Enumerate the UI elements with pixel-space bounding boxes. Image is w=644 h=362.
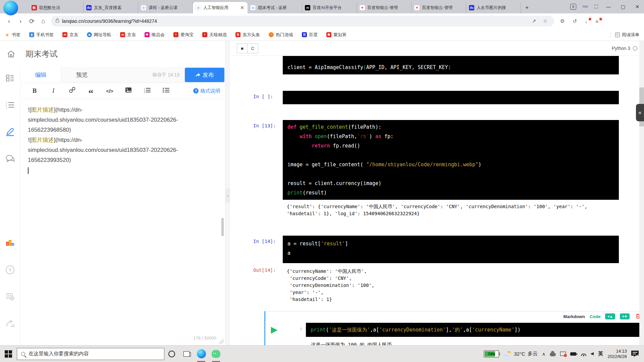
outline-grid-icon[interactable]	[5, 73, 15, 83]
edit-pencil-icon[interactable]	[5, 127, 15, 137]
clock-widget[interactable]: 14:13 2022/6/26	[607, 349, 627, 359]
bookmark-item[interactable]: 东东方头条	[235, 32, 260, 38]
code-block-icon[interactable]: </>	[100, 88, 119, 94]
bookmark-item[interactable]: ★书签	[5, 32, 20, 38]
cortana-button[interactable]	[164, 346, 179, 362]
new-tab-button[interactable]: +	[522, 3, 532, 12]
bookmark-item[interactable]: 聚聚划算	[326, 32, 346, 38]
home-icon[interactable]: ⌂	[38, 17, 49, 25]
bookmark-item[interactable]: ◉网址导航	[87, 32, 111, 38]
browser-tab[interactable]: ◎课程 - 蓝桥云课	[138, 2, 193, 13]
wifi-icon[interactable]	[581, 352, 587, 356]
extensions-icon[interactable]: ⚙	[557, 18, 568, 24]
taskbar-edge-app[interactable]	[194, 346, 209, 362]
window-maximize-button[interactable]: ▢	[619, 4, 627, 9]
document-remove-icon[interactable]	[5, 292, 15, 302]
pc-manager-icon[interactable]	[560, 352, 566, 356]
ranking-podium-icon[interactable]: 213	[5, 238, 15, 248]
ordered-list-icon[interactable]: 123	[138, 87, 157, 95]
code-cell-empty[interactable]: In [ ]:	[253, 91, 644, 104]
code-cell-partial[interactable]: client = AipImageClassify(APP_ID, API_KE…	[253, 56, 644, 74]
edge-browser-logo[interactable]	[3, 1, 18, 15]
add-cell-above-button[interactable]: +▲	[605, 313, 615, 319]
volume-icon[interactable]	[591, 352, 594, 356]
browser-tab[interactable]: du京东_百度搜索	[84, 2, 138, 13]
run-cell-button[interactable]: ▶	[265, 323, 283, 337]
refresh-icon[interactable]: ⟳	[26, 17, 38, 25]
browser-tab[interactable]: ◎期末考试 - 蓝桥	[248, 2, 302, 13]
bullet-list-icon[interactable]	[157, 87, 175, 95]
window-minimize-button[interactable]: —	[604, 4, 613, 9]
inprivate-icon[interactable]: 👓	[582, 4, 589, 10]
italic-icon[interactable]: I	[44, 87, 63, 95]
selected-code-cell[interactable]: Markdown Code +▲ +▼ ▶ : print('这是一张面值为',…	[264, 311, 644, 345]
publish-button[interactable]: 发布	[185, 68, 224, 82]
bookmark-item[interactable]: 特唯品会	[145, 32, 165, 38]
comments-icon[interactable]	[5, 154, 15, 164]
notification-center-icon[interactable]: 1	[631, 351, 639, 357]
bookmark-item[interactable]: JD京东	[120, 32, 136, 38]
onedrive-icon[interactable]	[550, 353, 556, 356]
collections-icon[interactable]: ⛶	[595, 4, 598, 10]
exit-icon[interactable]	[5, 318, 15, 328]
address-bar[interactable]: lanqiao.cn/courses/9036/learning/?id=448…	[51, 16, 554, 26]
browser-tab[interactable]: ❖百度智能云-管理	[412, 2, 466, 13]
hidden-icons-chevron[interactable]: ∧	[542, 351, 545, 357]
tab-count-button[interactable]: 9	[570, 4, 576, 10]
collapse-left-panel-handle[interactable]: ‹	[225, 188, 230, 202]
resize-grip[interactable]	[219, 339, 224, 344]
code-type-button[interactable]: Code	[590, 314, 601, 319]
task-view-button[interactable]	[179, 346, 194, 362]
browser-tab[interactable]: du人名币图片的搜	[466, 2, 521, 13]
restart-kernel-button[interactable]: C	[248, 44, 258, 53]
browser-tab[interactable]: ◎人工智能应用✕	[193, 2, 248, 13]
reading-list-button[interactable]: 阅读清单	[610, 32, 639, 38]
link-icon[interactable]	[63, 87, 82, 95]
markdown-type-button[interactable]: Markdown	[564, 314, 585, 319]
code-cell-13[interactable]: In [13]: def get_file_content(filePath):…	[253, 120, 644, 200]
browser-tab[interactable]: AI百度AI开放平台	[302, 2, 357, 13]
start-button[interactable]	[5, 350, 12, 358]
tab-close-icon[interactable]: ✕	[239, 5, 245, 10]
share-icon[interactable]: ↗	[529, 18, 540, 24]
history-undo-icon[interactable]: ↺	[569, 18, 580, 24]
bookmark-item[interactable]: ▮手机书签	[29, 32, 54, 38]
insert-image-icon[interactable]	[119, 87, 138, 95]
format-help-link[interactable]: ? 格式说明	[193, 88, 220, 94]
add-cell-below-button[interactable]: +▼	[620, 313, 630, 319]
favorite-star-icon[interactable]: ☆	[540, 18, 551, 24]
bold-icon[interactable]: B	[25, 87, 44, 95]
collapse-right-drawer-handle[interactable]: «	[636, 104, 644, 121]
bookmark-item[interactable]: T天猫精选	[202, 32, 227, 38]
downloads-icon[interactable]: ↓	[582, 18, 591, 24]
bookmark-item[interactable]: T爱淘宝	[173, 32, 194, 38]
taskbar-wechat-app[interactable]	[209, 346, 223, 362]
browser-tab[interactable]: ❖百度智能云-管理	[357, 2, 412, 13]
battery-tray-icon[interactable]	[570, 352, 576, 356]
home-outline-icon[interactable]	[7, 50, 15, 58]
url-text[interactable]: lanqiao.cn/courses/9036/learning/?id=448…	[62, 18, 529, 24]
window-close-button[interactable]: ✕	[633, 4, 641, 9]
code-cell-14[interactable]: In [14]: a = result['result']a	[253, 236, 644, 263]
tab-edit[interactable]: 编辑	[20, 67, 61, 83]
interrupt-kernel-button[interactable]: ■	[237, 44, 248, 53]
notebook-scroll-area[interactable]: client = AipImageClassify(APP_ID, API_KE…	[230, 56, 644, 345]
bookmark-item[interactable]: JD京东	[62, 32, 78, 38]
markdown-editor-textarea[interactable]: ![图片描述](https://dn-simplecloud.shiyanlou…	[20, 99, 225, 345]
ime-indicator[interactable]: 英	[598, 351, 603, 357]
notebook-scrollbar[interactable]	[639, 41, 644, 345]
browser-menu-icon[interactable]: ≡	[592, 18, 602, 24]
taskbar-search-box[interactable]: 在这里输入你要搜索的内容	[17, 348, 164, 360]
bookmark-item[interactable]: ◠热门游戏	[269, 32, 293, 38]
tab-preview[interactable]: 预览	[61, 67, 102, 83]
back-icon[interactable]: ‹	[3, 17, 15, 25]
bookmark-item[interactable]: 百百度	[302, 32, 318, 38]
blockquote-icon[interactable]: “	[82, 92, 100, 95]
numbered-list-icon[interactable]: 123	[5, 100, 15, 110]
weather-widget[interactable]: 32°C 多云	[503, 351, 538, 357]
help-icon[interactable]: ?	[5, 265, 15, 275]
editor-scrollbar-thumb[interactable]	[221, 218, 224, 236]
browser-tab[interactable]: 酷联想酷生活	[29, 2, 84, 13]
battery-percent-widget[interactable]: 74%	[484, 350, 499, 358]
forward-icon[interactable]: ›	[15, 17, 26, 25]
